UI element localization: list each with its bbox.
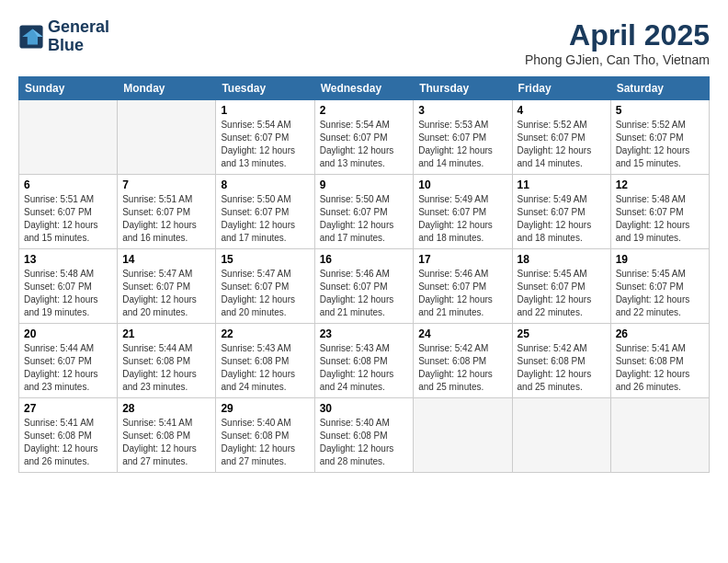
- day-info: Sunrise: 5:52 AM Sunset: 6:07 PM Dayligh…: [518, 119, 606, 170]
- day-info: Sunrise: 5:41 AM Sunset: 6:08 PM Dayligh…: [24, 417, 112, 468]
- day-info: Sunrise: 5:41 AM Sunset: 6:08 PM Dayligh…: [616, 342, 704, 394]
- calendar-cell: 6Sunrise: 5:51 AM Sunset: 6:07 PM Daylig…: [19, 175, 118, 249]
- day-number: 27: [24, 402, 112, 415]
- day-number: 21: [122, 327, 210, 340]
- day-number: 2: [320, 104, 409, 117]
- logo-icon: [18, 24, 44, 50]
- day-info: Sunrise: 5:48 AM Sunset: 6:07 PM Dayligh…: [616, 193, 704, 245]
- day-info: Sunrise: 5:51 AM Sunset: 6:07 PM Dayligh…: [24, 193, 112, 245]
- day-number: 7: [122, 178, 210, 191]
- column-header-saturday: Saturday: [610, 77, 709, 100]
- day-info: Sunrise: 5:43 AM Sunset: 6:08 PM Dayligh…: [320, 342, 409, 394]
- day-info: Sunrise: 5:54 AM Sunset: 6:07 PM Dayligh…: [221, 119, 309, 170]
- calendar-cell: 2Sunrise: 5:54 AM Sunset: 6:07 PM Daylig…: [314, 100, 414, 175]
- calendar-cell: 7Sunrise: 5:51 AM Sunset: 6:07 PM Daylig…: [118, 175, 216, 249]
- day-info: Sunrise: 5:48 AM Sunset: 6:07 PM Dayligh…: [24, 268, 112, 319]
- day-info: Sunrise: 5:45 AM Sunset: 6:07 PM Dayligh…: [518, 268, 606, 319]
- day-info: Sunrise: 5:53 AM Sunset: 6:07 PM Dayligh…: [418, 119, 506, 170]
- day-number: 20: [24, 327, 112, 340]
- day-number: 12: [616, 178, 704, 191]
- day-info: Sunrise: 5:46 AM Sunset: 6:07 PM Dayligh…: [418, 268, 506, 319]
- title-block: April 2025 Phong GJien, Can Tho, Vietnam: [525, 18, 710, 67]
- calendar-header-row: SundayMondayTuesdayWednesdayThursdayFrid…: [19, 77, 710, 100]
- location: Phong GJien, Can Tho, Vietnam: [525, 52, 710, 67]
- page-header: General Blue April 2025 Phong GJien, Can…: [18, 18, 710, 67]
- calendar-cell: 12Sunrise: 5:48 AM Sunset: 6:07 PM Dayli…: [610, 175, 709, 249]
- calendar-cell: 17Sunrise: 5:46 AM Sunset: 6:07 PM Dayli…: [414, 249, 512, 324]
- calendar-cell: 21Sunrise: 5:44 AM Sunset: 6:08 PM Dayli…: [118, 324, 216, 398]
- day-number: 6: [24, 178, 112, 191]
- day-info: Sunrise: 5:47 AM Sunset: 6:07 PM Dayligh…: [221, 268, 309, 319]
- day-info: Sunrise: 5:41 AM Sunset: 6:08 PM Dayligh…: [122, 417, 210, 468]
- day-info: Sunrise: 5:54 AM Sunset: 6:07 PM Dayligh…: [320, 119, 409, 170]
- day-number: 17: [418, 253, 506, 266]
- day-info: Sunrise: 5:45 AM Sunset: 6:07 PM Dayligh…: [616, 268, 704, 319]
- day-info: Sunrise: 5:49 AM Sunset: 6:07 PM Dayligh…: [418, 193, 506, 245]
- calendar-cell: 18Sunrise: 5:45 AM Sunset: 6:07 PM Dayli…: [512, 249, 610, 324]
- calendar-cell: [19, 100, 118, 175]
- day-number: 10: [418, 178, 506, 191]
- day-info: Sunrise: 5:50 AM Sunset: 6:07 PM Dayligh…: [221, 193, 309, 245]
- day-number: 4: [518, 104, 606, 117]
- day-info: Sunrise: 5:44 AM Sunset: 6:08 PM Dayligh…: [122, 342, 210, 394]
- calendar-cell: 15Sunrise: 5:47 AM Sunset: 6:07 PM Dayli…: [216, 249, 314, 324]
- calendar-week-2: 6Sunrise: 5:51 AM Sunset: 6:07 PM Daylig…: [19, 175, 710, 249]
- calendar-cell: [512, 398, 610, 473]
- day-info: Sunrise: 5:46 AM Sunset: 6:07 PM Dayligh…: [320, 268, 409, 319]
- calendar-cell: 4Sunrise: 5:52 AM Sunset: 6:07 PM Daylig…: [512, 100, 610, 175]
- day-number: 29: [221, 402, 309, 415]
- month-title: April 2025: [525, 18, 710, 52]
- day-number: 28: [122, 402, 210, 415]
- column-header-friday: Friday: [512, 77, 610, 100]
- day-info: Sunrise: 5:42 AM Sunset: 6:08 PM Dayligh…: [418, 342, 506, 394]
- calendar-cell: 22Sunrise: 5:43 AM Sunset: 6:08 PM Dayli…: [216, 324, 314, 398]
- column-header-wednesday: Wednesday: [314, 77, 414, 100]
- calendar-week-3: 13Sunrise: 5:48 AM Sunset: 6:07 PM Dayli…: [19, 249, 710, 324]
- calendar-cell: 28Sunrise: 5:41 AM Sunset: 6:08 PM Dayli…: [118, 398, 216, 473]
- calendar-cell: 20Sunrise: 5:44 AM Sunset: 6:07 PM Dayli…: [19, 324, 118, 398]
- column-header-monday: Monday: [118, 77, 216, 100]
- calendar-cell: 16Sunrise: 5:46 AM Sunset: 6:07 PM Dayli…: [314, 249, 414, 324]
- calendar-cell: 26Sunrise: 5:41 AM Sunset: 6:08 PM Dayli…: [610, 324, 709, 398]
- calendar-cell: 24Sunrise: 5:42 AM Sunset: 6:08 PM Dayli…: [414, 324, 512, 398]
- day-info: Sunrise: 5:52 AM Sunset: 6:07 PM Dayligh…: [616, 119, 704, 170]
- calendar-cell: 3Sunrise: 5:53 AM Sunset: 6:07 PM Daylig…: [414, 100, 512, 175]
- calendar-cell: 14Sunrise: 5:47 AM Sunset: 6:07 PM Dayli…: [118, 249, 216, 324]
- column-header-thursday: Thursday: [414, 77, 512, 100]
- column-header-sunday: Sunday: [19, 77, 118, 100]
- day-info: Sunrise: 5:47 AM Sunset: 6:07 PM Dayligh…: [122, 268, 210, 319]
- day-number: 25: [518, 327, 606, 340]
- calendar-cell: 8Sunrise: 5:50 AM Sunset: 6:07 PM Daylig…: [216, 175, 314, 249]
- day-number: 8: [221, 178, 309, 191]
- day-number: 18: [518, 253, 606, 266]
- day-number: 19: [616, 253, 704, 266]
- calendar-cell: [118, 100, 216, 175]
- calendar-cell: 30Sunrise: 5:40 AM Sunset: 6:08 PM Dayli…: [314, 398, 414, 473]
- day-number: 22: [221, 327, 309, 340]
- day-number: 15: [221, 253, 309, 266]
- calendar-week-5: 27Sunrise: 5:41 AM Sunset: 6:08 PM Dayli…: [19, 398, 710, 473]
- day-number: 11: [518, 178, 606, 191]
- calendar-cell: 29Sunrise: 5:40 AM Sunset: 6:08 PM Dayli…: [216, 398, 314, 473]
- calendar-cell: 10Sunrise: 5:49 AM Sunset: 6:07 PM Dayli…: [414, 175, 512, 249]
- calendar-cell: [414, 398, 512, 473]
- calendar: SundayMondayTuesdayWednesdayThursdayFrid…: [18, 76, 710, 473]
- day-info: Sunrise: 5:42 AM Sunset: 6:08 PM Dayligh…: [518, 342, 606, 394]
- day-number: 30: [320, 402, 409, 415]
- day-number: 1: [221, 104, 309, 117]
- calendar-cell: 23Sunrise: 5:43 AM Sunset: 6:08 PM Dayli…: [314, 324, 414, 398]
- calendar-cell: 5Sunrise: 5:52 AM Sunset: 6:07 PM Daylig…: [610, 100, 709, 175]
- day-info: Sunrise: 5:44 AM Sunset: 6:07 PM Dayligh…: [24, 342, 112, 394]
- day-number: 13: [24, 253, 112, 266]
- day-number: 3: [418, 104, 506, 117]
- calendar-week-4: 20Sunrise: 5:44 AM Sunset: 6:07 PM Dayli…: [19, 324, 710, 398]
- day-number: 9: [320, 178, 409, 191]
- calendar-cell: 11Sunrise: 5:49 AM Sunset: 6:07 PM Dayli…: [512, 175, 610, 249]
- day-info: Sunrise: 5:40 AM Sunset: 6:08 PM Dayligh…: [221, 417, 309, 468]
- calendar-cell: 27Sunrise: 5:41 AM Sunset: 6:08 PM Dayli…: [19, 398, 118, 473]
- day-info: Sunrise: 5:51 AM Sunset: 6:07 PM Dayligh…: [122, 193, 210, 245]
- day-number: 23: [320, 327, 409, 340]
- logo: General Blue: [18, 18, 109, 55]
- calendar-cell: 19Sunrise: 5:45 AM Sunset: 6:07 PM Dayli…: [610, 249, 709, 324]
- calendar-cell: 9Sunrise: 5:50 AM Sunset: 6:07 PM Daylig…: [314, 175, 414, 249]
